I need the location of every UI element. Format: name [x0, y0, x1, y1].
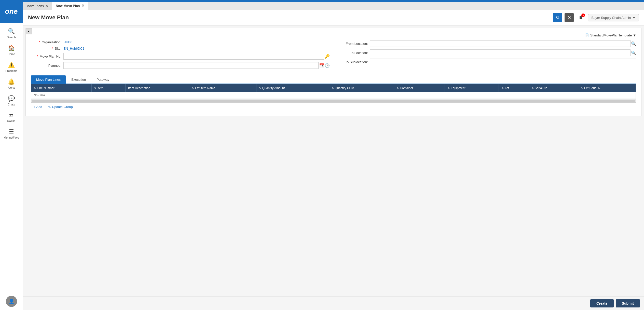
edit-icon: ✎	[501, 87, 504, 90]
home-icon: 🏠	[8, 45, 15, 51]
page-title: New Move Plan	[28, 14, 550, 21]
col-header-ext-serial: ✎ Ext Serial N	[578, 84, 636, 92]
update-group-button[interactable]: ✎ Update Group	[48, 105, 73, 109]
app-logo[interactable]: one	[0, 0, 23, 23]
to-location-search-icon[interactable]: 🔍	[631, 50, 636, 55]
user-dropdown[interactable]: Buyer Supply Chain Admin ▼	[588, 14, 639, 21]
col-label: Ext Serial N	[584, 86, 600, 90]
template-arrow-icon: ▼	[633, 33, 636, 37]
table-scrollbar[interactable]	[31, 99, 636, 103]
planned-input[interactable]	[63, 62, 319, 69]
col-header-lot: ✎ Lot	[499, 84, 529, 92]
sidebar-item-label: Alerts	[8, 86, 15, 89]
sidebar-item-search[interactable]: 🔍 Search	[0, 25, 23, 42]
col-header-line-number: ✎ Line Number	[31, 84, 91, 92]
avatar[interactable]: 👤	[6, 296, 17, 307]
col-label: Item Description	[128, 86, 150, 90]
clock-icon[interactable]: 🕐	[325, 63, 330, 68]
from-location-row: From Location: 🔍	[337, 40, 636, 47]
tab-putaway[interactable]: Putaway	[91, 75, 115, 84]
site-row: * Site: EN_Hub6DC1	[31, 47, 330, 50]
to-location-input[interactable]	[370, 49, 631, 56]
col-header-item-desc: Item Description	[126, 84, 189, 92]
template-doc-icon: 📄	[585, 33, 589, 37]
sidebar-item-home[interactable]: 🏠 Home	[0, 42, 23, 59]
table-footer: + Add | ✎ Update Group	[31, 103, 636, 111]
update-group-icon: ✎	[48, 105, 51, 109]
move-plan-no-key-icon[interactable]: 🔑	[325, 54, 330, 59]
section-tabs: Move Plan Lines Execution Putaway	[31, 75, 636, 84]
col-label: Line Number	[37, 86, 54, 90]
to-sublocation-input[interactable]	[370, 59, 636, 65]
col-label: Ext Item Name	[195, 86, 215, 90]
section-tab-label: Move Plan Lines	[36, 78, 61, 82]
scroll-track	[32, 100, 635, 102]
edit-icon: ✎	[34, 87, 36, 90]
to-location-row: To Location: 🔍	[337, 49, 636, 56]
tab-label: Move Plans	[26, 4, 44, 8]
refresh-button[interactable]: ↻	[553, 13, 562, 22]
to-sublocation-row: To Sublocation:	[337, 59, 636, 65]
from-location-input[interactable]	[370, 40, 631, 47]
col-label: Serial No	[535, 86, 547, 90]
menu-icon: ☰	[9, 128, 14, 135]
site-label-text: Site:	[55, 47, 61, 50]
required-star-3: *	[37, 55, 38, 58]
planned-label: Planned:	[31, 64, 61, 68]
page-footer: Create Submit	[23, 296, 644, 310]
col-header-ext-item-name: ✎ Ext Item Name	[189, 84, 256, 92]
sidebar-item-label: Search	[7, 36, 16, 39]
move-plan-no-row: * Move Plan No: 🔑	[31, 53, 330, 60]
from-location-search-icon[interactable]: 🔍	[631, 41, 636, 46]
template-selector: 📄 StandardMovePlanTemplate ▼	[31, 33, 636, 37]
edit-icon: ✎	[396, 87, 399, 90]
calendar-icon[interactable]: 📅	[319, 63, 324, 68]
tab-move-plan-lines[interactable]: Move Plan Lines	[31, 75, 66, 84]
main-content: Move Plans ✕ New Move Plan ✕ New Move Pl…	[23, 0, 644, 310]
content-area: ▲ 📄 StandardMovePlanTemplate ▼ * Organiz…	[23, 25, 644, 296]
tab-label: New Move Plan	[56, 4, 80, 8]
tab-bar: Move Plans ✕ New Move Plan ✕	[23, 2, 644, 10]
site-value[interactable]: EN_Hub6DC1	[63, 47, 84, 50]
tab-close-icon[interactable]: ✕	[81, 4, 85, 8]
close-button[interactable]: ✕	[565, 13, 574, 22]
tab-move-plans[interactable]: Move Plans ✕	[23, 2, 52, 10]
to-location-label: To Location:	[337, 51, 368, 55]
sidebar-item-menus[interactable]: ☰ Menus/Favs	[0, 125, 23, 142]
move-plan-lines-table: ✎ Line Number ✎ Item	[31, 84, 636, 99]
planned-input-group: 📅 🕐	[63, 62, 330, 69]
edit-icon: ✎	[332, 87, 334, 90]
create-button[interactable]: Create	[590, 299, 614, 307]
edit-icon: ✎	[581, 87, 583, 90]
col-label: Container	[400, 86, 413, 90]
col-header-equipment: ✎ Equipment	[445, 84, 499, 92]
col-label: Lot	[505, 86, 509, 90]
tab-new-move-plan[interactable]: New Move Plan ✕	[52, 2, 88, 10]
logo-text: one	[5, 7, 18, 16]
collapse-button[interactable]: ▲	[26, 28, 32, 34]
section-tab-label: Putaway	[97, 78, 109, 82]
tab-execution[interactable]: Execution	[66, 75, 91, 84]
add-plus-icon: +	[33, 105, 35, 109]
move-plan-no-input[interactable]	[63, 53, 324, 60]
template-label: StandardMovePlanTemplate	[590, 33, 632, 37]
org-label-text: Organization:	[42, 40, 61, 44]
sidebar-item-switch[interactable]: ⇄ Switch	[0, 109, 23, 125]
add-button[interactable]: + Add	[33, 105, 42, 109]
sidebar-item-alerts[interactable]: 🔔 Alerts	[0, 75, 23, 92]
to-location-input-group: 🔍	[370, 49, 636, 56]
section-tab-label: Execution	[71, 78, 86, 82]
menu-button[interactable]: ≡ ★	[576, 13, 585, 22]
submit-button[interactable]: Submit	[616, 299, 640, 307]
sidebar-item-problems[interactable]: ⚠️ Problems	[0, 59, 23, 75]
col-label: Quantity Amount	[262, 86, 285, 90]
separator: |	[45, 105, 46, 109]
tab-close-icon[interactable]: ✕	[45, 4, 48, 8]
form-right-column: From Location: 🔍 To Location: 🔍	[337, 40, 636, 71]
template-button[interactable]: 📄 StandardMovePlanTemplate ▼	[585, 33, 636, 37]
edit-icon: ✎	[259, 87, 261, 90]
sidebar-item-chats[interactable]: 💬 Chats	[0, 92, 23, 109]
organization-value[interactable]: HUB6	[63, 40, 72, 44]
move-plan-no-label-text: Move Plan No:	[40, 55, 61, 58]
update-group-label: Update Group	[52, 105, 73, 109]
